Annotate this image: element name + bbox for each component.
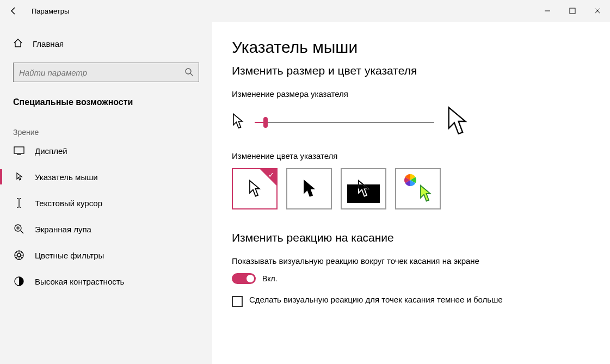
sidebar-item-high-contrast[interactable]: Высокая контрастность	[0, 268, 212, 294]
pointer-color-inverted[interactable]	[341, 168, 386, 209]
svg-point-2	[186, 69, 191, 74]
touch-feedback-toggle[interactable]	[232, 273, 256, 284]
sidebar-item-text-cursor[interactable]: Текстовый курсор	[0, 190, 212, 216]
section-touch: Изменить реакцию на касание	[232, 231, 590, 244]
touch-darker-checkbox[interactable]	[232, 296, 243, 307]
text-cursor-icon	[13, 198, 25, 208]
size-label: Изменение размера указателя	[232, 89, 590, 98]
pointer-icon	[13, 171, 25, 182]
home-link[interactable]: Главная	[0, 33, 212, 55]
sidebar: Главная Специальные возможности Зрение Д…	[0, 22, 212, 364]
sidebar-item-magnifier[interactable]: Экранная лупа	[0, 216, 212, 242]
display-icon	[13, 146, 25, 155]
sidebar-item-color-filters[interactable]: Цветные фильтры	[0, 242, 212, 268]
svg-rect-1	[570, 8, 575, 14]
sidebar-item-label: Дисплей	[35, 146, 67, 156]
svg-rect-4	[14, 147, 24, 153]
touch-desc: Показывать визуальную реакцию вокруг точ…	[232, 256, 590, 266]
magnifier-icon	[13, 224, 25, 235]
pointer-color-black[interactable]	[286, 168, 332, 209]
sidebar-item-label: Текстовый курсор	[35, 199, 102, 208]
toggle-knob	[247, 275, 254, 282]
toggle-state-label: Вкл.	[262, 274, 278, 283]
section-size-color: Изменить размер и цвет указателя	[232, 64, 590, 77]
svg-line-9	[21, 231, 23, 233]
contrast-icon	[13, 276, 25, 287]
cursor-small-icon	[232, 113, 244, 131]
sidebar-item-label: Указатель мыши	[35, 172, 98, 182]
checkbox-label: Сделать визуальную реакцию для точек кас…	[249, 295, 503, 304]
svg-line-3	[190, 73, 193, 76]
color-filters-icon	[13, 250, 25, 261]
search-box[interactable]	[13, 63, 199, 82]
sidebar-item-label: Цветные фильтры	[35, 251, 104, 260]
back-button[interactable]	[0, 0, 27, 22]
pointer-size-slider[interactable]	[255, 116, 434, 129]
cursor-large-icon	[445, 106, 469, 138]
page-title: Указатель мыши	[232, 38, 590, 57]
slider-track	[255, 122, 434, 123]
home-icon	[13, 38, 23, 50]
pointer-color-white[interactable]: ✓	[232, 168, 278, 209]
home-label: Главная	[33, 39, 64, 48]
main-content: Указатель мыши Изменить размер и цвет ук…	[212, 22, 610, 364]
maximize-button[interactable]	[560, 0, 585, 22]
color-label: Изменение цвета указателя	[232, 151, 590, 161]
sidebar-item-pointer[interactable]: Указатель мыши	[0, 164, 212, 190]
sidebar-item-label: Экранная лупа	[35, 225, 91, 234]
category-heading: Специальные возможности	[0, 92, 212, 112]
slider-thumb[interactable]	[263, 117, 268, 128]
sidebar-item-label: Высокая контрастность	[35, 277, 124, 286]
close-button[interactable]	[585, 0, 610, 22]
pointer-color-custom[interactable]	[395, 168, 441, 209]
window-title: Параметры	[27, 7, 69, 15]
check-icon: ✓	[268, 171, 274, 179]
sidebar-item-display[interactable]: Дисплей	[0, 138, 212, 164]
minimize-button[interactable]	[535, 0, 560, 22]
search-input[interactable]	[19, 68, 184, 77]
search-icon	[184, 67, 193, 78]
group-vision-label: Зрение	[0, 112, 212, 138]
